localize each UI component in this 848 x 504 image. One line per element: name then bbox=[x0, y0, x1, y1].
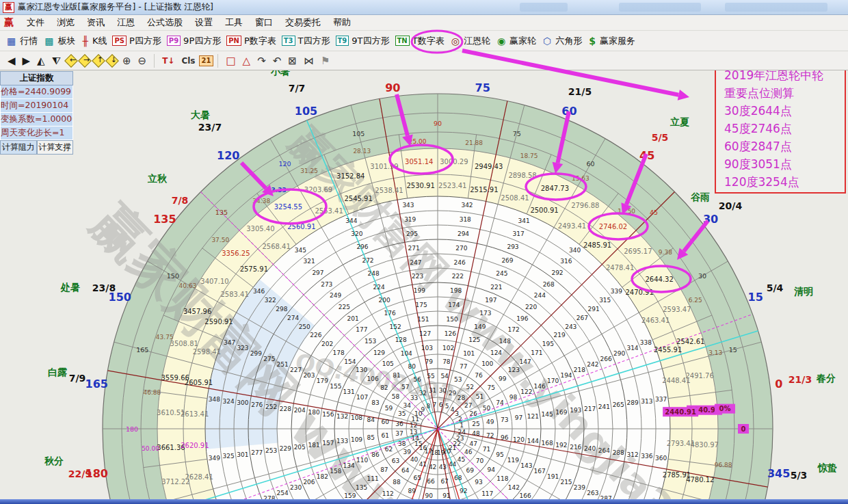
kline-button[interactable]: ╫K线 bbox=[81, 35, 107, 47]
cls-button[interactable]: Cls bbox=[181, 53, 195, 68]
svg-text:惊蛰: 惊蛰 bbox=[817, 462, 837, 473]
triangle-tool-button[interactable]: △ bbox=[243, 53, 251, 68]
svg-text:35: 35 bbox=[398, 410, 406, 417]
svg-text:147: 147 bbox=[520, 358, 531, 365]
quotes-button[interactable]: ▦行情 bbox=[5, 35, 38, 47]
pan-right-button[interactable]: → bbox=[78, 54, 92, 68]
9p-square-button[interactable]: P99P四方形 bbox=[167, 35, 221, 47]
svg-text:45: 45 bbox=[458, 456, 465, 463]
pan-left-button[interactable]: ← bbox=[64, 54, 78, 68]
svg-text:立夏: 立夏 bbox=[670, 116, 689, 127]
svg-text:251: 251 bbox=[277, 361, 289, 368]
menu-logo-icon: 赢 bbox=[4, 16, 14, 29]
svg-text:175: 175 bbox=[416, 302, 427, 308]
svg-text:300: 300 bbox=[237, 399, 248, 406]
svg-text:240: 240 bbox=[584, 445, 596, 452]
svg-text:66: 66 bbox=[427, 478, 435, 485]
info-row-2: 变换系数=1.00000 bbox=[0, 113, 73, 127]
svg-text:291: 291 bbox=[587, 306, 599, 313]
svg-text:7/9: 7/9 bbox=[69, 373, 86, 384]
svg-text:37: 37 bbox=[395, 430, 403, 437]
svg-text:142: 142 bbox=[508, 484, 520, 491]
hexagon-button[interactable]: ⬡六角形 bbox=[542, 35, 582, 47]
sectors-button[interactable]: ▩板块 bbox=[43, 35, 75, 47]
calc-resistance-button[interactable]: 计算阻力 bbox=[0, 140, 37, 155]
svg-text:75: 75 bbox=[487, 384, 494, 391]
calendar-button[interactable]: 21 bbox=[199, 55, 214, 66]
svg-text:222: 222 bbox=[452, 273, 464, 280]
t-table-button[interactable]: TNT数字表 bbox=[395, 35, 445, 47]
svg-text:314: 314 bbox=[626, 345, 638, 352]
t-square-icon: T3 bbox=[282, 36, 295, 46]
menu-item-6[interactable]: 工具 bbox=[219, 15, 249, 30]
svg-text:55: 55 bbox=[427, 373, 434, 380]
toolbar-label: P数字表 bbox=[244, 35, 276, 47]
svg-text:61: 61 bbox=[381, 432, 388, 439]
svg-text:245: 245 bbox=[496, 270, 507, 277]
svg-text:247: 247 bbox=[410, 259, 421, 266]
svg-text:322: 322 bbox=[265, 297, 276, 304]
winner-service-button[interactable]: $赢家服务 bbox=[587, 35, 635, 47]
menu-item-0[interactable]: 文件 bbox=[21, 15, 51, 30]
p-table-button[interactable]: PNP数字表 bbox=[226, 35, 276, 47]
t-square-button[interactable]: T3T四方形 bbox=[282, 35, 330, 47]
winner-wheel-button[interactable]: ◉赢家轮 bbox=[496, 35, 536, 47]
shrink-button[interactable]: ⋈ bbox=[304, 53, 314, 68]
gann-wheel-canvas[interactable]: 赢家财富网 www.yingjia360.com赢家财富网 www.yingji… bbox=[0, 70, 848, 504]
menu-item-5[interactable]: 设置 bbox=[189, 15, 219, 30]
pan-down-button[interactable]: ↓ bbox=[105, 54, 119, 68]
svg-text:38: 38 bbox=[398, 440, 406, 447]
title-bar[interactable]: 赢 赢家江恩专业版[赢家服务平台] - [上证指数 江恩轮] bbox=[0, 0, 848, 15]
svg-text:40: 40 bbox=[410, 456, 419, 463]
zoom-out-button[interactable]: ⊖ bbox=[138, 53, 147, 68]
calc-support-button[interactable]: 计算支撑 bbox=[37, 140, 74, 155]
svg-text:2545.91: 2545.91 bbox=[344, 195, 372, 202]
menu-item-4[interactable]: 公式选股 bbox=[141, 15, 189, 30]
menu-item-1[interactable]: 浏览 bbox=[51, 15, 81, 30]
rotate-ccw-button[interactable]: ↶ bbox=[273, 53, 282, 68]
present-button[interactable]: ⚑ bbox=[321, 53, 330, 68]
svg-text:130: 130 bbox=[356, 367, 367, 373]
p-square-button[interactable]: PSP四方形 bbox=[112, 35, 161, 47]
svg-text:46: 46 bbox=[464, 449, 473, 455]
svg-text:63: 63 bbox=[392, 457, 399, 464]
9t-square-button[interactable]: T99T四方形 bbox=[336, 35, 390, 47]
svg-text:62: 62 bbox=[385, 446, 393, 453]
price-axis-button[interactable]: T↓ bbox=[162, 53, 174, 68]
menu-item-3[interactable]: 江恩 bbox=[111, 15, 141, 30]
back-button[interactable]: ◀ bbox=[8, 53, 16, 68]
menu-item-7[interactable]: 窗口 bbox=[249, 15, 279, 30]
svg-text:43.75: 43.75 bbox=[156, 334, 174, 341]
rotate-right-button[interactable]: ⧨ bbox=[52, 53, 61, 68]
menu-item-8[interactable]: 交易委托 bbox=[279, 15, 327, 30]
svg-text:2515.91: 2515.91 bbox=[470, 186, 498, 194]
svg-text:5/3: 5/3 bbox=[791, 470, 808, 481]
rotate-cw-button[interactable]: ↷ bbox=[257, 53, 266, 68]
fit-button[interactable]: ⊠ bbox=[288, 53, 297, 68]
svg-text:133: 133 bbox=[336, 438, 348, 445]
svg-text:265: 265 bbox=[613, 401, 624, 408]
svg-text:18.75: 18.75 bbox=[520, 152, 538, 159]
zoom-in-button[interactable]: ⊕ bbox=[122, 53, 131, 68]
bottom-window-edge bbox=[0, 499, 848, 504]
menu-item-9[interactable]: 帮助 bbox=[327, 15, 357, 30]
svg-text:47: 47 bbox=[469, 440, 477, 447]
svg-text:处暑: 处暑 bbox=[60, 282, 80, 293]
svg-text:298: 298 bbox=[276, 306, 287, 313]
forward-button[interactable]: ▶ bbox=[23, 53, 31, 68]
svg-text:2613.41: 2613.41 bbox=[181, 410, 209, 418]
menu-item-2[interactable]: 资讯 bbox=[81, 15, 111, 30]
svg-text:274: 274 bbox=[287, 315, 299, 321]
svg-text:49: 49 bbox=[486, 419, 494, 425]
svg-text:249: 249 bbox=[330, 292, 341, 299]
annotation-box: 2019年江恩轮中轮重要点位测算30度2644点45度2746点60度2847点… bbox=[715, 70, 846, 194]
titlebar-blob bbox=[520, 3, 568, 12]
svg-text:53: 53 bbox=[454, 376, 462, 383]
rotate-left-button[interactable]: ◭ bbox=[37, 53, 45, 68]
svg-text:313: 313 bbox=[641, 398, 652, 405]
square-tool-button[interactable]: □ bbox=[226, 53, 235, 68]
pan-up-button[interactable]: ↑ bbox=[92, 54, 105, 68]
svg-text:270: 270 bbox=[455, 245, 467, 252]
info-row-3: 周天变化步长=1 bbox=[0, 127, 73, 140]
gann-wheel-button[interactable]: ◎江恩轮 bbox=[450, 35, 490, 47]
